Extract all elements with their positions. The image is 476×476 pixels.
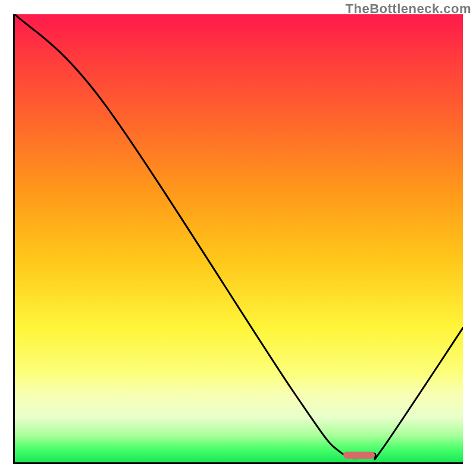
watermark-text: TheBottleneck.com	[346, 1, 471, 17]
optimum-marker	[343, 452, 375, 459]
plot-area	[13, 14, 463, 464]
bottleneck-curve-path	[15, 14, 463, 459]
curve-svg	[15, 14, 463, 462]
